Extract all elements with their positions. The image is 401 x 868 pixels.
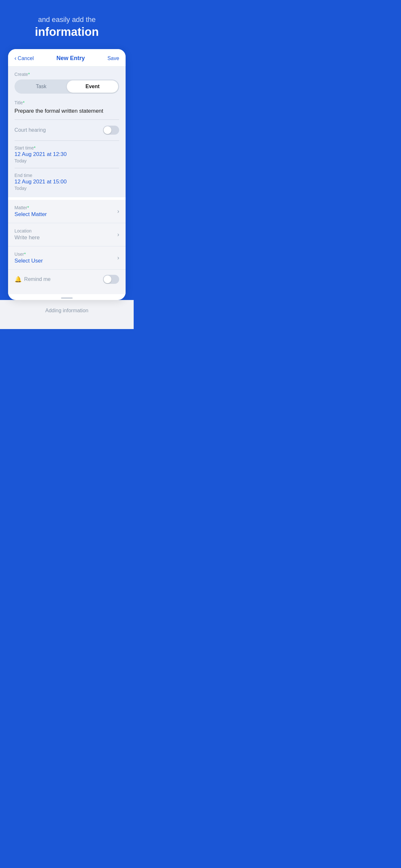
court-hearing-toggle[interactable] <box>103 126 119 135</box>
section-create: Create* Task Event Title* Prepare the fo… <box>8 66 126 197</box>
bottom-handle <box>61 298 73 299</box>
remind-toggle[interactable] <box>103 275 119 284</box>
end-time-label: End time <box>14 173 119 178</box>
event-option[interactable]: Event <box>67 81 118 93</box>
header-subtitle: and easily add the <box>8 16 126 24</box>
task-option[interactable]: Task <box>16 81 67 93</box>
matter-value: Select Matter <box>14 211 115 218</box>
divider-1 <box>14 120 119 120</box>
card-wrapper: ‹ Cancel New Entry Save Create* Task Eve… <box>0 49 134 300</box>
user-row[interactable]: User* Select User › <box>8 246 126 270</box>
location-chevron-icon: › <box>117 231 119 238</box>
end-time-section[interactable]: End time 12 Aug 2021 at 15:00 Today <box>14 173 119 191</box>
header: and easily add the information <box>0 0 134 39</box>
section-details: Matter* Select Matter › Location Write h… <box>8 200 126 294</box>
user-value: Select User <box>14 258 115 264</box>
save-button[interactable]: Save <box>107 56 119 61</box>
header-title: information <box>8 25 126 39</box>
user-chevron-icon: › <box>117 254 119 261</box>
form-card: ‹ Cancel New Entry Save Create* Task Eve… <box>8 49 126 300</box>
start-time-value: 12 Aug 2021 at 12:30 <box>14 151 119 158</box>
user-required-star: * <box>24 252 26 257</box>
court-hearing-label: Court hearing <box>14 127 46 133</box>
matter-content: Matter* Select Matter <box>14 205 115 218</box>
title-label: Title* <box>14 100 119 105</box>
cancel-label: Cancel <box>18 56 34 61</box>
end-time-sub: Today <box>14 186 119 191</box>
nav-bar: ‹ Cancel New Entry Save <box>8 49 126 66</box>
remind-row: 🔔 Remind me <box>8 270 126 289</box>
start-time-label: Start time* <box>14 145 119 151</box>
matter-label: Matter* <box>14 205 115 210</box>
divider-3 <box>14 168 119 168</box>
divider-2 <box>14 141 119 141</box>
location-label: Location <box>14 228 115 234</box>
end-time-value: 12 Aug 2021 at 15:00 <box>14 179 119 185</box>
location-value: Write here <box>14 235 115 241</box>
bottom-text: Adding information <box>8 308 126 314</box>
location-content: Location Write here <box>14 228 115 241</box>
location-row[interactable]: Location Write here › <box>8 223 126 246</box>
remind-label: 🔔 Remind me <box>14 276 51 283</box>
title-required-star: * <box>23 100 25 105</box>
start-required-star: * <box>34 145 35 151</box>
create-label: Create* <box>14 72 119 77</box>
user-content: User* Select User <box>14 252 115 264</box>
nav-title: New Entry <box>57 55 85 62</box>
cancel-button[interactable]: ‹ Cancel <box>14 55 34 62</box>
matter-chevron-icon: › <box>117 208 119 215</box>
title-section: Title* Prepare the formal written statem… <box>14 100 119 114</box>
title-value[interactable]: Prepare the formal written statement <box>14 108 119 114</box>
court-hearing-row: Court hearing <box>14 124 119 136</box>
chevron-left-icon: ‹ <box>14 55 17 62</box>
required-star: * <box>28 72 30 77</box>
start-time-sub: Today <box>14 158 119 163</box>
matter-row[interactable]: Matter* Select Matter › <box>8 200 126 223</box>
bottom-area: Adding information <box>0 300 134 329</box>
task-event-toggle[interactable]: Task Event <box>14 80 119 94</box>
start-time-section[interactable]: Start time* 12 Aug 2021 at 12:30 Today <box>14 145 119 163</box>
matter-required-star: * <box>27 205 29 210</box>
user-label: User* <box>14 252 115 257</box>
bell-icon: 🔔 <box>14 276 22 283</box>
